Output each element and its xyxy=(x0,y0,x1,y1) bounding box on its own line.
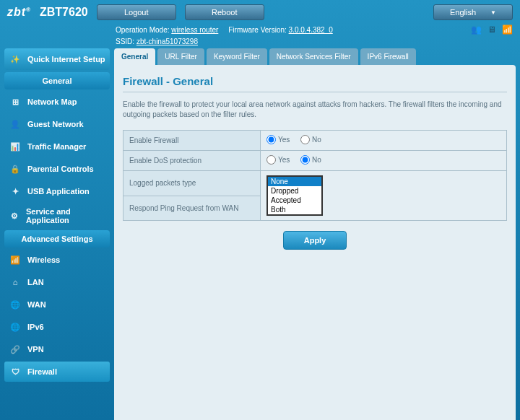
sidebar-item-lan[interactable]: ⌂ LAN xyxy=(4,272,110,292)
sidebar-item-parental-controls[interactable]: 🔒 Parental Controls xyxy=(4,159,110,179)
sidebar-item-wireless[interactable]: 📶 Wireless xyxy=(4,250,110,270)
users-icon[interactable]: 👥 xyxy=(471,25,482,35)
fw-version-link[interactable]: 3.0.0.4.382_0 xyxy=(289,26,333,34)
home-icon: ⌂ xyxy=(9,276,22,289)
dropdown-opt-dropped[interactable]: Dropped xyxy=(268,186,321,196)
language-dropdown[interactable]: English ▼ xyxy=(433,4,513,20)
tab-ipv6-firewall[interactable]: IPv6 Firewall xyxy=(360,48,416,65)
sidebar-header-advanced: Advanced Settings xyxy=(4,230,110,248)
dropdown-opt-accepted[interactable]: Accepted xyxy=(268,196,321,205)
row-respond-ping-label: Respond Ping Request from WAN xyxy=(124,196,261,221)
globe-icon: 🌐 xyxy=(9,298,22,311)
shield-icon: 🛡 xyxy=(9,365,22,378)
row-enable-firewall-label: Enable Firewall xyxy=(124,131,261,151)
sidebar-item-usb-application[interactable]: ✦ USB Application xyxy=(4,181,110,201)
sidebar-item-label: Parental Controls xyxy=(27,165,94,173)
sidebar-item-ipv6[interactable]: 🌐 IPv6 xyxy=(4,317,110,337)
row-enable-dos-label: Enable DoS protection xyxy=(124,151,261,171)
sidebar-item-label: VPN xyxy=(27,345,44,354)
tab-bar: General URL Filter Keyword Filter Networ… xyxy=(114,48,516,65)
op-mode-link[interactable]: wireless router xyxy=(171,26,218,34)
brand-logo: zbt® xyxy=(7,6,31,19)
main-panel: Firewall - General Enable the firewall t… xyxy=(114,65,516,420)
ssid-link[interactable]: zbt-china51073298 xyxy=(136,38,198,45)
page-title: Firewall - General xyxy=(123,75,507,87)
traffic-icon: 📊 xyxy=(9,140,22,153)
tab-keyword-filter[interactable]: Keyword Filter xyxy=(207,48,267,65)
sidebar-item-vpn[interactable]: 🔗 VPN xyxy=(4,339,110,359)
sidebar-item-label: Firewall xyxy=(27,367,57,376)
vpn-icon: 🔗 xyxy=(9,343,22,356)
network-map-icon: ⊞ xyxy=(9,95,22,108)
sidebar-item-wan[interactable]: 🌐 WAN xyxy=(4,294,110,315)
sidebar-item-label: USB Application xyxy=(27,187,90,196)
sidebar-item-label: Service and Application xyxy=(26,207,105,224)
logged-packets-dropdown[interactable]: None Dropped Accepted Both xyxy=(266,175,323,216)
enable-dos-yes[interactable]: Yes xyxy=(266,155,290,165)
wifi-icon[interactable]: 📶 xyxy=(502,25,513,35)
sidebar: ✨ Quick Internet Setup General ⊞ Network… xyxy=(4,48,110,420)
lock-icon: 🔒 xyxy=(9,162,22,175)
usb-icon: ✦ xyxy=(9,185,22,198)
sidebar-item-network-map[interactable]: ⊞ Network Map xyxy=(4,92,110,112)
enable-dos-no[interactable]: No xyxy=(300,155,321,165)
tab-network-services-filter[interactable]: Network Services Filter xyxy=(269,48,358,65)
dropdown-opt-both[interactable]: Both xyxy=(268,205,321,214)
apply-button[interactable]: Apply xyxy=(283,231,347,250)
gear-icon: ⚙ xyxy=(9,209,20,222)
chevron-down-icon: ▼ xyxy=(490,9,496,16)
tab-url-filter[interactable]: URL Filter xyxy=(157,48,204,65)
dropdown-opt-none[interactable]: None xyxy=(268,177,321,186)
enable-firewall-yes[interactable]: Yes xyxy=(266,135,290,144)
settings-table: Enable Firewall Yes No Enable DoS protec… xyxy=(123,130,507,221)
tab-general[interactable]: General xyxy=(114,48,155,65)
quick-setup-button[interactable]: ✨ Quick Internet Setup xyxy=(4,48,110,70)
sidebar-header-general: General xyxy=(4,72,110,89)
sidebar-item-label: Network Map xyxy=(27,97,77,106)
info-bar: Operation Mode: wireless router Firmware… xyxy=(0,23,520,38)
magic-wand-icon: ✨ xyxy=(9,53,22,66)
sidebar-item-guest-network[interactable]: 👤 Guest Network xyxy=(4,114,110,134)
display-icon[interactable]: 🖥 xyxy=(488,25,496,35)
reboot-button[interactable]: Reboot xyxy=(185,4,264,20)
sidebar-item-label: Traffic Manager xyxy=(27,142,86,151)
sidebar-item-label: WAN xyxy=(27,300,46,309)
row-logged-packets-label: Logged packets type xyxy=(124,171,261,196)
globe-icon: 🌐 xyxy=(9,320,22,333)
logout-button[interactable]: Logout xyxy=(97,4,176,20)
wifi-icon: 📶 xyxy=(9,253,22,266)
sidebar-item-label: LAN xyxy=(27,278,44,286)
sidebar-item-firewall[interactable]: 🛡 Firewall xyxy=(4,362,110,382)
enable-firewall-no[interactable]: No xyxy=(300,135,321,144)
sidebar-item-label: IPv6 xyxy=(27,323,44,331)
sidebar-item-service-application[interactable]: ⚙ Service and Application xyxy=(4,204,110,228)
model-name: ZBT7620 xyxy=(40,6,88,19)
sidebar-item-label: Wireless xyxy=(27,255,60,264)
page-description: Enable the firewall to protect your loca… xyxy=(123,100,507,120)
sidebar-item-traffic-manager[interactable]: 📊 Traffic Manager xyxy=(4,136,110,157)
sidebar-item-label: Guest Network xyxy=(27,120,84,128)
guest-network-icon: 👤 xyxy=(9,118,22,131)
